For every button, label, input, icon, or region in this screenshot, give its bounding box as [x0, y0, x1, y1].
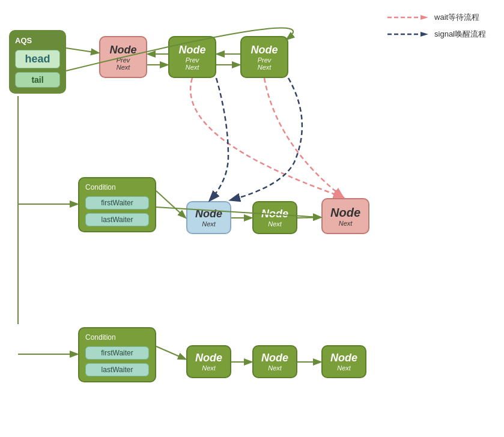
row1-node1: Node Prev Next [99, 36, 147, 78]
node-sub1: Prev [258, 56, 272, 64]
svg-line-12 [297, 217, 320, 218]
svg-marker-3 [421, 32, 428, 37]
svg-marker-1 [421, 15, 428, 20]
row2-node3: Node Next [321, 198, 369, 234]
condition2-field2: lastWaiter [85, 363, 149, 376]
svg-line-16 [156, 346, 185, 359]
node-title: Node [330, 352, 357, 364]
svg-line-4 [66, 48, 98, 53]
aqs-box: AQS head tail [9, 30, 66, 94]
condition2-field1: firstWaiter [85, 346, 149, 360]
row1-node2: Node Prev Next [168, 36, 216, 78]
node-title: Node [195, 208, 222, 220]
node-sub: Next [202, 220, 216, 228]
node-sub2: Next [186, 64, 199, 71]
node-title: Node [179, 44, 206, 56]
legend-signal: signal唤醒流程 [387, 29, 486, 40]
aqs-tail: tail [15, 72, 60, 88]
node-sub: Next [268, 364, 282, 372]
aqs-head: head [15, 50, 60, 68]
condition1-box: Condition firstWaiter lastWaiter [78, 177, 156, 232]
condition2-box: Condition firstWaiter lastWaiter [78, 327, 156, 382]
row2-node1: Node Next [186, 201, 231, 234]
node-sub2: Next [258, 64, 272, 71]
condition1-field1: firstWaiter [85, 196, 149, 209]
node-title: Node [261, 208, 288, 220]
node-sub1: Prev [186, 56, 199, 64]
row2-node2: Node Next [252, 201, 297, 234]
node-title: Node [251, 44, 278, 56]
node-sub: Next [339, 220, 353, 227]
row3-node3: Node Next [321, 345, 366, 378]
aqs-title: AQS [15, 36, 60, 45]
node-title: Node [261, 352, 288, 364]
node-title: Node [195, 352, 222, 364]
svg-line-9 [156, 191, 185, 217]
legend-wait: wait等待流程 [387, 12, 486, 23]
row3-node1: Node Next [186, 345, 231, 378]
row3-node2: Node Next [252, 345, 297, 378]
node-title: Node [330, 206, 360, 220]
condition1-field2: lastWaiter [85, 213, 149, 226]
legend: wait等待流程 signal唤醒流程 [387, 12, 486, 40]
signal-label: signal唤醒流程 [434, 29, 486, 40]
row1-node3: Node Prev Next [240, 36, 288, 78]
condition1-title: Condition [85, 183, 149, 191]
node-sub: Next [337, 364, 351, 372]
node-title: Node [110, 44, 137, 56]
node-sub: Next [202, 364, 216, 372]
wait-label: wait等待流程 [434, 12, 479, 23]
node-sub: Next [268, 220, 282, 228]
node-sub2: Next [117, 64, 130, 71]
node-sub1: Prev [117, 56, 130, 64]
diagram-container: wait等待流程 signal唤醒流程 AQS head tail Node P… [0, 0, 504, 437]
condition2-title: Condition [85, 333, 149, 342]
